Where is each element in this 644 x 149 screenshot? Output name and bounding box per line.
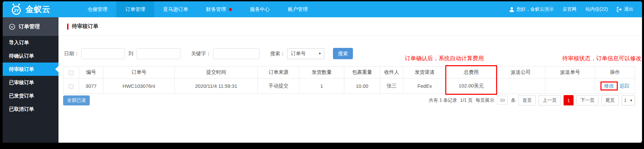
header-select-all (63, 67, 79, 78)
cell-submit-time: 2020/11/4 11:59:31 (175, 78, 258, 94)
last-page-button[interactable]: 尾页 (601, 95, 619, 105)
header-actions: 操作 (595, 67, 635, 78)
app-window: JY 金蚁云 仓储管理 订单管理 亚马逊订单 财务管理 服务中心 账户管理 您好… (3, 1, 642, 143)
per-page-input[interactable] (497, 96, 508, 105)
main-menu: 仓储管理 订单管理 亚马逊订单 财务管理 服务中心 账户管理 (78, 1, 317, 17)
cell-id: 3077 (79, 78, 103, 94)
cell-channel: FedEx (403, 78, 446, 94)
main-content: 待审核订单 日期： 到 关键字： 搜索： 订单号 ▼ 搜索 订单确认后，系统自动… (58, 17, 642, 143)
pagination: 共有 1 条记录 1/1 页 每页展示 条 首页 上一页 1 下一页 尾页 1 … (429, 95, 635, 105)
page-title-bar: 待审核订单 (58, 17, 642, 36)
annotation-fee-note: 订单确认后，系统自动计算费用 (405, 55, 484, 62)
user-icon (509, 7, 514, 12)
header-delivery-company: 派送公司 (496, 67, 545, 78)
nav-tab-orders[interactable]: 订单管理 (116, 1, 154, 17)
next-page-button[interactable]: 下一页 (577, 95, 598, 105)
ant-logo-icon: JY (10, 3, 23, 15)
date-to-label: 到 (128, 51, 133, 57)
date-label: 日期： (64, 51, 79, 57)
svg-text:JY: JY (14, 8, 19, 13)
date-from-input[interactable] (81, 48, 125, 59)
select-all-checkbox[interactable] (69, 71, 73, 75)
header-id: 编号 (79, 67, 103, 78)
record-summary: 共有 1 条记录 (429, 97, 457, 103)
nav-tab-account[interactable]: 账户管理 (279, 1, 317, 17)
sidebar-item-import-orders[interactable]: 导入订单 (3, 36, 58, 49)
sidebar-item-reviewed-orders[interactable]: 已审核订单 (3, 76, 58, 89)
header-tracking-no: 派送单号 (545, 67, 595, 78)
nav-tab-finance[interactable]: 财务管理 (197, 1, 241, 17)
header-total-fee: 总费用 (446, 67, 496, 78)
cell-source: 手动提交 (258, 78, 299, 94)
cell-weight: 10.00 (344, 78, 380, 94)
orders-table: 编号 订单号 提交时间 订单来源 发货数量 包裹重量 收件人 发货渠道 总费用 … (63, 66, 635, 94)
keyword-label: 关键字： (191, 51, 211, 57)
filter-toolbar: 日期： 到 关键字： 搜索： 订单号 ▼ 搜索 (64, 48, 642, 59)
table-header-row: 编号 订单号 提交时间 订单来源 发货数量 包裹重量 收件人 发货渠道 总费用 … (63, 67, 635, 78)
nav-tab-warehouse[interactable]: 仓储管理 (78, 1, 116, 17)
orders-table-wrap: 编号 订单号 提交时间 订单来源 发货数量 包裹重量 收件人 发货渠道 总费用 … (63, 66, 635, 94)
logout-icon (617, 7, 622, 12)
header-weight: 包裹重量 (344, 67, 380, 78)
sidebar-item-shipped-orders[interactable]: 已发货订单 (3, 89, 58, 102)
nav-tab-service-center[interactable]: 服务中心 (241, 1, 279, 17)
header-qty: 发货数量 (299, 67, 344, 78)
cell-tracking-no (545, 78, 595, 94)
navbar-right: 您好，金蚁云演示 去官网 站内信(22) 退出 (509, 1, 642, 17)
keyword-input[interactable] (213, 48, 260, 59)
header-order-no: 订单号 (103, 67, 175, 78)
search-type-label: 搜索： (270, 51, 285, 57)
chevron-down-icon: ▼ (630, 99, 633, 102)
cell-order-no: HWC103076nI (103, 78, 175, 94)
nav-tab-amazon-orders[interactable]: 亚马逊订单 (154, 1, 197, 17)
cell-total-fee: 102.00美元 (446, 78, 496, 94)
search-type-select[interactable]: 订单号 ▼ (287, 48, 324, 59)
sidebar-item-pending-confirm-orders[interactable]: 待确认订单 (3, 49, 58, 63)
current-page-button[interactable]: 1 (564, 95, 574, 105)
per-page-label: 每页展示 (476, 97, 494, 103)
mark-all-read-button[interactable]: 全部已读 (63, 95, 90, 105)
table-footer: 全部已读 共有 1 条记录 1/1 页 每页展示 条 首页 上一页 1 下一页 … (63, 95, 635, 105)
row-checkbox[interactable] (69, 84, 73, 89)
chevron-down-icon: ▼ (318, 52, 321, 55)
prev-page-button[interactable]: 上一页 (539, 95, 561, 105)
modify-highlight-box: 修改 (600, 81, 618, 90)
logout-button[interactable]: 退出 (617, 6, 633, 12)
track-link[interactable]: 追踪 (619, 83, 629, 88)
modify-link[interactable]: 修改 (604, 83, 614, 88)
cell-qty: 1 (299, 78, 344, 94)
search-button[interactable]: 搜索 (333, 48, 353, 59)
cell-delivery-company (496, 78, 545, 94)
header-recipient: 收件人 (380, 67, 403, 78)
table-row: 3077 HWC103076nI 2020/11/4 11:59:31 手动提交… (63, 78, 635, 94)
page-title: 待审核订单 (72, 23, 98, 30)
site-messages-link[interactable]: 站内信(22) (586, 6, 608, 12)
cell-recipient: 张三 (380, 78, 403, 94)
page-summary: 1/1 页 (460, 97, 473, 103)
page-jump-select[interactable]: 1 ▼ (622, 95, 635, 105)
date-to-input[interactable] (137, 48, 180, 59)
top-navbar: JY 金蚁云 仓储管理 订单管理 亚马逊订单 财务管理 服务中心 账户管理 您好… (3, 1, 642, 17)
header-source: 订单来源 (258, 67, 299, 78)
sidebar-item-cancelled-orders[interactable]: 已取消订单 (3, 102, 58, 116)
sidebar: 订单管理 导入订单 待确认订单 待审核订单 已审核订单 已发货订单 已取消订单 (3, 17, 58, 143)
official-site-link[interactable]: 去官网 (563, 6, 577, 12)
chevron-down-circle-icon (9, 24, 15, 30)
title-accent-bar (67, 24, 68, 30)
cell-actions: 修改追踪 (595, 78, 635, 94)
notification-dot-icon (229, 8, 232, 11)
brand-name: 金蚁云 (26, 4, 51, 15)
header-channel: 发货渠道 (403, 67, 446, 78)
first-page-button[interactable]: 首页 (518, 95, 536, 105)
sidebar-item-pending-review-orders[interactable]: 待审核订单 (3, 63, 58, 76)
user-greeting[interactable]: 您好，金蚁云演示 (509, 6, 554, 12)
header-submit-time: 提交时间 (175, 67, 258, 78)
annotation-status-note: 待审核状态，订单信息可以修改 (562, 55, 641, 62)
sidebar-header-orders[interactable]: 订单管理 (3, 17, 58, 36)
per-page-unit: 条 (511, 97, 515, 103)
brand-logo[interactable]: JY 金蚁云 (3, 1, 78, 17)
